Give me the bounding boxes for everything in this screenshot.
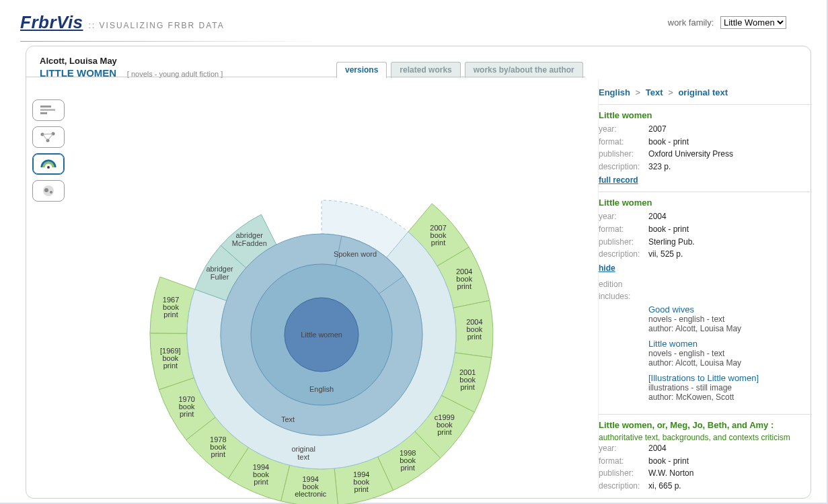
svg-point-12 — [50, 191, 52, 194]
record-title[interactable]: Little women — [599, 110, 812, 120]
svg-point-11 — [44, 188, 48, 192]
svg-text:2004bookprint: 2004bookprint — [466, 317, 483, 340]
include-title[interactable]: Little women — [648, 339, 812, 349]
svg-text:1967bookprint: 1967bookprint — [163, 296, 180, 319]
svg-line-8 — [48, 134, 53, 140]
svg-rect-2 — [40, 112, 47, 114]
sunburst-chart[interactable]: 2007bookprint2004bookprint2004bookprint2… — [140, 153, 503, 504]
svg-text:2004bookprint: 2004bookprint — [456, 267, 473, 290]
include-title[interactable]: Good wives — [648, 304, 812, 314]
svg-line-6 — [42, 134, 53, 134]
svg-text:1978bookprint: 1978bookprint — [210, 435, 227, 458]
view-bars-icon[interactable] — [32, 99, 65, 121]
record-title[interactable]: Little women, or, Meg, Jo, Beth, and Amy… — [599, 420, 812, 430]
crumb-2[interactable]: Text — [646, 87, 663, 97]
crumb-3[interactable]: original text — [678, 87, 728, 97]
svg-line-7 — [42, 134, 48, 140]
header-divider — [20, 41, 316, 42]
tab-versions[interactable]: versions — [336, 62, 387, 78]
app-logo[interactable]: FrbrVis — [20, 12, 83, 33]
hide-link[interactable]: hide — [599, 263, 615, 273]
breadcrumb: English > Text > original text — [599, 85, 812, 104]
tab-underline — [26, 77, 585, 77]
record-item: Little women year:2007 format:book - pri… — [599, 104, 812, 192]
svg-text:abridgerMcFadden: abridgerMcFadden — [232, 231, 267, 247]
ring1-english[interactable]: English — [309, 385, 334, 393]
record-item: Little women, or, Meg, Jo, Beth, and Amy… — [599, 414, 812, 492]
full-record-link[interactable]: full record — [599, 175, 638, 185]
workfamily-selector: work family: Little Women — [668, 16, 786, 29]
svg-rect-0 — [40, 106, 51, 108]
svg-rect-1 — [40, 109, 55, 111]
svg-text:c1999bookprint: c1999bookprint — [435, 413, 455, 436]
app-tagline: :: visualizing frbr data — [89, 21, 225, 30]
svg-text:1994bookprint: 1994bookprint — [253, 463, 270, 486]
workfamily-dropdown[interactable]: Little Women — [720, 16, 786, 29]
svg-text:2001bookprint: 2001bookprint — [459, 368, 476, 391]
view-radial-icon[interactable] — [32, 153, 65, 175]
svg-text:2007bookprint: 2007bookprint — [430, 224, 447, 247]
view-bubble-icon[interactable] — [32, 180, 65, 202]
svg-text:1970bookprint: 1970bookprint — [178, 395, 195, 418]
hub-label[interactable]: Little women — [301, 331, 342, 339]
record-item: Little women year:2004 format:book - pri… — [599, 192, 812, 414]
include-title[interactable]: [Illustrations to Little women] — [648, 373, 812, 383]
view-network-icon[interactable] — [32, 126, 65, 148]
ring2-spokenword[interactable]: Spoken word — [334, 250, 377, 258]
ring2-text[interactable]: Text — [281, 415, 295, 423]
tab-related-works[interactable]: related works — [391, 62, 460, 78]
svg-point-9 — [47, 166, 50, 169]
crumb-1[interactable]: English — [599, 87, 630, 97]
tabs: versions related works works by/about th… — [336, 62, 583, 78]
detail-panel[interactable]: English > Text > original text Little wo… — [598, 79, 812, 492]
tab-author-works[interactable]: works by/about the author — [465, 62, 583, 78]
record-title[interactable]: Little women — [599, 198, 812, 208]
svg-text:1994bookprint: 1994bookprint — [353, 470, 370, 493]
svg-text:1998bookprint: 1998bookprint — [400, 449, 416, 472]
workfamily-label: work family: — [668, 17, 714, 28]
